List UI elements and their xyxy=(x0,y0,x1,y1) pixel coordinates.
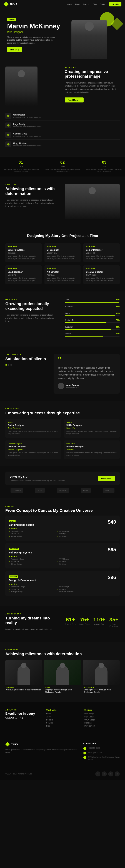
portfolio-cat-1: BRANDING xyxy=(6,686,41,688)
counter-number-4: 35+ xyxy=(108,617,120,623)
pricing-stars-2: ★★★★★ xyxy=(9,555,105,557)
skill-pct-sketch: 70% xyxy=(116,333,120,335)
portfolio-caption-1: BRANDING Achieving Milestones With Deter… xyxy=(5,685,42,692)
pricing-price-1: $40 xyxy=(108,519,116,525)
timeline-item-1: 2002–2006 Junior Developer TechStart Lor… xyxy=(5,243,41,262)
stat-icon-1: 01 xyxy=(3,160,39,165)
pricing-feat-2-2: UI/UX Design xyxy=(57,558,105,560)
logo-text: TIKKA xyxy=(10,3,17,6)
excellence-link-1-4[interactable]: Services xyxy=(46,722,82,724)
timeline-item-3: 2008–2012 Senior Designer Design Hub Lor… xyxy=(84,243,120,262)
skill-name-photoshop: Photoshop xyxy=(65,305,74,308)
social-twitter[interactable]: t xyxy=(102,771,107,776)
portfolio-card-2[interactable]: DESIGN Shaping Success Through Work Chal… xyxy=(44,660,81,695)
excellence-link-2-1[interactable]: Web Design xyxy=(85,713,120,715)
excellence-link-2-5[interactable]: Development xyxy=(85,725,120,727)
portfolio-title-3: Shaping Success Through Work Challenges … xyxy=(84,689,119,693)
expertise-period-4: Team MKG xyxy=(66,443,117,445)
logo[interactable]: TIKKA xyxy=(4,2,17,7)
hero-cta-button[interactable]: Hire Me ↓ xyxy=(7,47,22,52)
excellence-link-1-5[interactable]: Blog xyxy=(46,725,82,727)
timeline-title: Designing My Story One Project at a Time xyxy=(5,234,120,238)
cv-title: View My CV! xyxy=(10,475,66,479)
person-silhouette-1 xyxy=(18,665,30,685)
pricing-feat-2-6: Revisions xyxy=(57,563,105,565)
expertise-desc-3: Lorem ipsum dolor sit amet consectetur a… xyxy=(8,452,59,457)
footer-phone-text: (480) 555-0103 xyxy=(88,747,100,749)
timeline-desc-5: Lorem ipsum dolor sit amet consectetur a… xyxy=(47,277,78,282)
skill-fill-html xyxy=(65,302,119,303)
portfolio-card-1[interactable]: BRANDING Achieving Milestones With Deter… xyxy=(5,660,42,695)
timeline-item-5: 2015–2019 Art Director Agency X Lorem ip… xyxy=(44,265,81,284)
testimonial-text: There are many variations of passages of… xyxy=(58,366,115,380)
nav-blog[interactable]: Blog xyxy=(93,3,97,5)
expertise-item-3: Monaco Designers Product Designer Monaco… xyxy=(5,440,61,459)
pricing-name-3: Design & Development xyxy=(9,579,105,582)
portfolio-section: PORTFOLIO Achieving milestones with dete… xyxy=(0,642,125,702)
social-linkedin[interactable]: li xyxy=(115,771,120,776)
timeline-role-6: Creative Director xyxy=(86,271,117,273)
milestones-description: There are many variations of passages of… xyxy=(5,198,60,208)
social-instagram[interactable]: in xyxy=(108,771,113,776)
skill-name-html: HTML xyxy=(65,299,70,301)
pricing-price-3: $96 xyxy=(108,575,116,580)
excellence-title: Excellence in every opportunity xyxy=(5,712,42,720)
excellence-link-2-3[interactable]: UI/UX Design xyxy=(85,719,120,721)
quote-mark: " xyxy=(58,358,115,363)
expertise-title-3: Product Designer xyxy=(8,445,59,448)
service-icon-4 xyxy=(5,142,11,147)
hire-me-button[interactable]: Hire Me xyxy=(109,2,121,6)
service-icon-1 xyxy=(5,113,11,119)
skill-adobexd: Adobe XD 76% xyxy=(65,319,120,323)
expertise-grid: $ 14-22 Jackie Designer Acme Designers L… xyxy=(5,419,120,459)
cv-download-button[interactable]: Download ↓ xyxy=(98,476,115,481)
counter-label-4: Years Experience xyxy=(108,623,120,627)
expertise-label: EXPERIENCE xyxy=(5,408,120,410)
skill-pct-photoshop: 88% xyxy=(116,305,120,308)
about-cta-button[interactable]: Read More → xyxy=(65,97,84,102)
footer-logo: TIKKA xyxy=(5,742,78,747)
service-icon-2 xyxy=(5,123,11,128)
excellence-link-2-2[interactable]: Logo Design xyxy=(85,716,120,718)
nav-contact[interactable]: Contact xyxy=(100,3,106,5)
about-title: Creating an impressive professional imag… xyxy=(65,69,120,79)
skill-pct-html: 99% xyxy=(116,299,120,301)
portfolio-title: Achieving milestones with determination xyxy=(5,652,120,656)
service-icon-3 xyxy=(5,132,11,138)
skill-pct-adobexd: 76% xyxy=(116,319,120,321)
excellence-link-1-2[interactable]: About xyxy=(46,716,82,718)
about-person-photo xyxy=(5,66,37,106)
dot-2[interactable] xyxy=(8,364,9,366)
nav-home[interactable]: Home xyxy=(67,3,72,5)
footer-desc: Lorem ipsum dolor sit amet consectetur a… xyxy=(5,748,78,754)
excellence-link-2-4[interactable]: Branding xyxy=(85,722,120,724)
navigation: TIKKA Home About Portfolio Blog Contact … xyxy=(0,0,125,8)
dot-3[interactable] xyxy=(10,364,12,366)
testimonials-label: TESTIMONIALS xyxy=(5,354,49,355)
author-role: Founder of Tikka xyxy=(66,386,79,389)
skill-figma: Figma 92% xyxy=(65,312,120,316)
timeline-date-3: 2008–2012 xyxy=(86,246,117,248)
testimonials-intro: TESTIMONIALS Satisfaction of clients xyxy=(5,354,49,394)
skill-name-sketch: Sketch xyxy=(65,333,71,335)
portfolio-cat-2: DESIGN xyxy=(45,686,80,688)
portfolio-card-3[interactable]: DEVELOPMENT Shaping Success Through Work… xyxy=(83,660,120,695)
dot-1[interactable] xyxy=(5,364,7,366)
excellence-right: Quick Links Home About Portfolio Service… xyxy=(46,709,120,728)
expertise-company-2: Design Pro xyxy=(66,427,117,429)
excellence-link-1-3[interactable]: Portfolio xyxy=(46,719,82,721)
excellence-link-1-1[interactable]: Home xyxy=(46,713,82,715)
skill-name-adobexd: Adobe XD xyxy=(65,319,73,321)
nav-about[interactable]: About xyxy=(75,3,80,5)
about-description: There are many variations of passages of… xyxy=(65,81,120,94)
cv-description: Lorem ipsum dolor sit amet consectetur a… xyxy=(10,479,66,482)
skill-fill-photoshop xyxy=(65,309,113,309)
expertise-period-3: Monaco Designers xyxy=(8,443,59,445)
service-item-4: Copy Content Lorem ipsum dolor sit amet … xyxy=(5,140,120,149)
pricing-feat-3-1: Responsive Design xyxy=(9,586,57,588)
timeline-company-2: Creative Co. xyxy=(47,252,78,254)
nav-portfolio[interactable]: Portfolio xyxy=(83,3,90,5)
milestones-content: ABOUT ME Achieving milestones with deter… xyxy=(5,184,60,219)
services-list: Web Design Lorem ipsum dolor sit amet co… xyxy=(5,111,120,149)
social-facebook[interactable]: f xyxy=(95,771,100,776)
